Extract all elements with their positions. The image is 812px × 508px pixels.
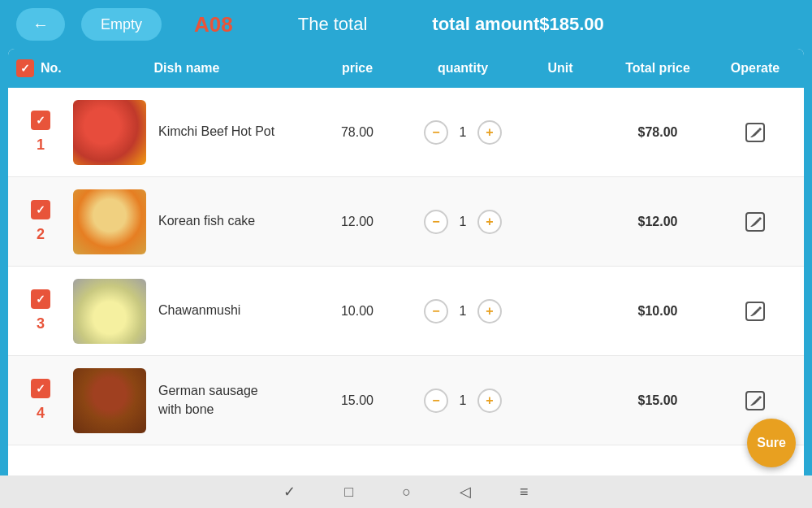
table-header: No. Dish name price quantity Unit Total … [8,49,804,88]
nav-back-icon[interactable]: ◁ [460,483,471,501]
qty-increase-1[interactable]: + [477,120,502,145]
sure-button[interactable]: Sure [747,419,796,467]
quantity-col-4: − 1 + [406,389,520,413]
header-unit: Unit [520,61,601,76]
dish-image-1 [73,100,146,165]
header-total-price: Total price [601,61,715,76]
edit-button-2[interactable] [744,211,767,233]
table-id: A08 [194,12,233,37]
dish-name-4: German sausagewith bone [158,382,258,419]
row-checkbox-col: 3 [16,289,65,332]
row-num-3: 3 [37,315,45,332]
qty-decrease-2[interactable]: − [424,210,448,234]
row-num-2: 2 [37,226,45,243]
table-row: 1 Kimchi Beef Hot Pot 78.00 − 1 + $78.00 [8,88,804,177]
row-checkbox-col: 2 [16,200,65,243]
row-checkbox-4[interactable] [31,379,50,398]
dish-info-2: Korean fish cake [65,189,309,254]
operate-col-4 [715,389,796,412]
price-4: 15.00 [309,393,406,408]
total-amount: total amount$185.00 [432,14,604,35]
total-price-3: $10.00 [601,304,715,319]
dish-image-4 [73,368,146,433]
qty-value-4: 1 [455,393,471,408]
dish-info-4: German sausagewith bone [65,368,309,433]
row-num-1: 1 [37,137,45,154]
qty-value-3: 1 [455,304,471,319]
price-2: 12.00 [309,215,406,229]
qty-increase-2[interactable]: + [477,210,502,234]
header-no: No. [16,59,65,77]
row-num-4: 4 [37,405,45,422]
nav-square-icon[interactable]: □ [344,484,353,501]
operate-col-3 [715,300,796,323]
bottom-nav: ✓ □ ○ ◁ ≡ [0,475,812,508]
header-price: price [309,61,406,76]
dish-name-1: Kimchi Beef Hot Pot [158,123,274,141]
table-row: 2 Korean fish cake 12.00 − 1 + $12.00 [8,177,804,267]
qty-decrease-1[interactable]: − [424,120,448,145]
header-checkbox[interactable] [16,59,34,77]
qty-value-1: 1 [455,125,471,140]
table-row: 3 Chawanmushi 10.00 − 1 + $10.00 [8,267,804,356]
header-operate: Operate [715,61,796,76]
operate-col-1 [715,121,796,144]
operate-col-2 [715,211,796,233]
table-row: 4 German sausagewith bone 15.00 − 1 + $1… [8,356,804,445]
row-checkbox-3[interactable] [31,289,50,309]
quantity-col-1: − 1 + [406,120,520,145]
dish-name-3: Chawanmushi [158,302,240,319]
dish-name-2: Korean fish cake [158,212,255,230]
row-checkbox-col: 1 [16,111,65,154]
price-1: 78.00 [309,125,406,140]
qty-value-2: 1 [455,215,471,229]
edit-button-3[interactable] [744,300,767,323]
row-checkbox-1[interactable] [31,111,50,130]
watermark: www.gpossys.com [644,459,731,471]
table-body: 1 Kimchi Beef Hot Pot 78.00 − 1 + $78.00 [8,88,804,484]
back-button[interactable]: ← [16,8,65,41]
nav-circle-icon[interactable]: ○ [402,484,411,501]
nav-check-icon[interactable]: ✓ [283,483,296,501]
total-price-4: $15.00 [601,393,715,408]
qty-decrease-3[interactable]: − [424,299,448,323]
empty-button[interactable]: Empty [81,8,162,41]
main-content: No. Dish name price quantity Unit Total … [8,49,804,484]
header-quantity: quantity [406,61,520,76]
total-price-2: $12.00 [601,215,715,229]
qty-decrease-4[interactable]: − [424,389,448,413]
top-bar: ← Empty A08 The total total amount$185.0… [0,0,812,49]
nav-menu-icon[interactable]: ≡ [520,484,529,501]
quantity-col-3: − 1 + [406,299,520,323]
qty-increase-3[interactable]: + [477,299,502,323]
dish-image-2 [73,189,146,254]
dish-image-3 [73,279,146,344]
dish-info-3: Chawanmushi [65,279,309,344]
quantity-col-2: − 1 + [406,210,520,234]
price-3: 10.00 [309,304,406,319]
total-price-1: $78.00 [601,125,715,140]
dish-info-1: Kimchi Beef Hot Pot [65,100,309,165]
total-label: The total [298,14,368,35]
edit-button-1[interactable] [744,121,767,144]
header-dish-name: Dish name [65,61,309,76]
edit-button-4[interactable] [744,389,767,412]
row-checkbox-2[interactable] [31,200,50,219]
row-checkbox-col: 4 [16,379,65,422]
qty-increase-4[interactable]: + [477,389,502,413]
